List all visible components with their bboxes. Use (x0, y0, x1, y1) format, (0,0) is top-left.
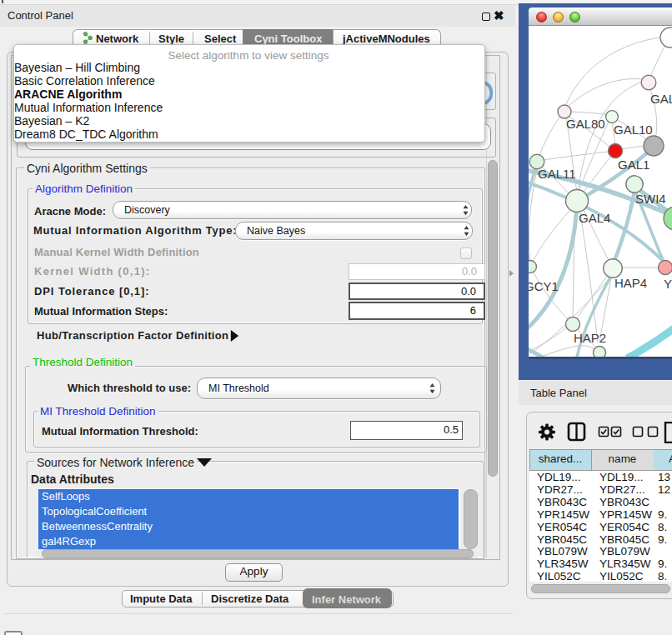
svg-text:GAL10: GAL10 (614, 122, 653, 137)
svg-text:GAL80: GAL80 (566, 117, 605, 131)
svg-text:GAL4: GAL4 (579, 211, 610, 225)
svg-text:GAL1: GAL1 (618, 158, 649, 172)
svg-text:Y: Y (664, 277, 672, 291)
svg-text:GAL11: GAL11 (538, 167, 576, 181)
svg-text:GCY1: GCY1 (529, 279, 559, 293)
svg-text:GAL2: GAL2 (650, 92, 672, 106)
svg-text:HAP4: HAP4 (614, 276, 647, 290)
svg-text:HAP2: HAP2 (574, 331, 606, 345)
svg-text:SWI4: SWI4 (635, 192, 666, 206)
